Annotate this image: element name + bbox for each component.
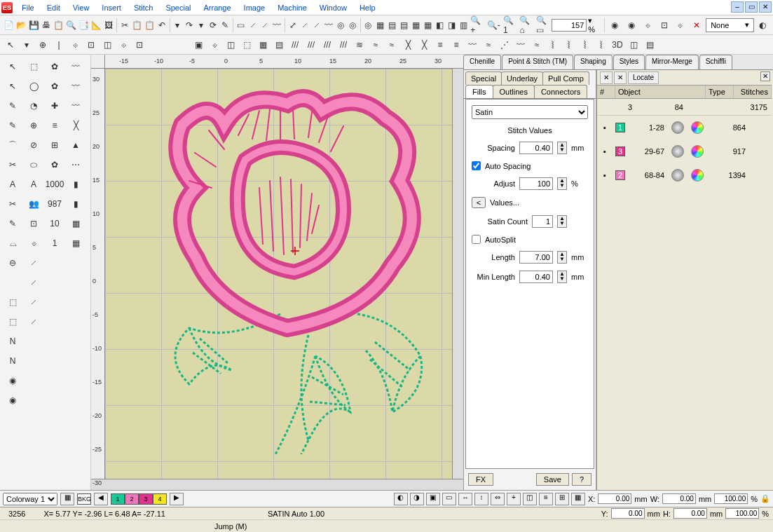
left-tool-71[interactable] xyxy=(66,391,85,409)
horizontal-scrollbar[interactable] xyxy=(91,479,463,490)
left-tool-62[interactable] xyxy=(45,352,64,370)
design-canvas[interactable] xyxy=(105,69,452,479)
prop-subtab-fills[interactable]: Fills xyxy=(465,85,493,98)
left-tool-67[interactable] xyxy=(66,371,85,390)
cb-tool-7[interactable]: + xyxy=(507,493,521,505)
window-restore[interactable]: ▭ xyxy=(745,1,758,13)
cb-tool-9[interactable]: ≡ xyxy=(539,493,553,505)
stitch-type-18[interactable]: ≈ xyxy=(481,37,496,53)
h-input[interactable] xyxy=(673,508,707,519)
toolbar1-btn-17[interactable]: ✎ xyxy=(219,18,231,33)
left-tool-2[interactable]: ✿ xyxy=(45,57,64,76)
stitch-type-17[interactable]: 〰 xyxy=(465,37,480,53)
left-tool-57[interactable] xyxy=(24,332,43,350)
spacing-input[interactable] xyxy=(519,142,553,154)
fx-button[interactable]: FX xyxy=(468,473,493,486)
left-tool-35[interactable]: ▦ xyxy=(66,214,85,233)
locate-button[interactable]: Locate xyxy=(628,71,659,84)
left-tool-5[interactable]: ◯ xyxy=(24,77,43,95)
pct2-input[interactable] xyxy=(725,508,759,519)
left-tool-26[interactable]: 1000 xyxy=(45,175,64,193)
cb-tool-10[interactable]: ⊞ xyxy=(555,493,569,505)
left-tool-22[interactable]: ✿ xyxy=(45,156,64,174)
toolbar1-btn-31[interactable]: ▤ xyxy=(398,18,409,33)
extra-btn-4[interactable]: ⟐ xyxy=(673,18,688,33)
left-tool-13[interactable]: ⊕ xyxy=(24,116,43,135)
tb2-left-8[interactable]: ⊡ xyxy=(132,37,147,53)
left-tool-44[interactable] xyxy=(3,273,22,292)
left-tool-29[interactable]: 👥 xyxy=(24,195,43,213)
min-length-input[interactable] xyxy=(519,271,553,283)
stitch-type-3[interactable]: ⬚ xyxy=(239,37,254,53)
thread-select[interactable]: None▾ xyxy=(706,18,753,32)
tb2-left-2[interactable]: ⊕ xyxy=(35,37,50,53)
toolbar1-btn-27[interactable]: ◎ xyxy=(347,18,358,33)
toolbar1-btn-35[interactable]: ◨ xyxy=(446,18,457,33)
stitch-type-12[interactable]: ≈ xyxy=(384,37,399,53)
menu-stitch[interactable]: Stitch xyxy=(128,1,160,14)
toolbar1-btn-6[interactable]: 📑 xyxy=(78,18,90,33)
left-tool-8[interactable]: ✎ xyxy=(3,97,22,115)
left-tool-4[interactable]: ↖ xyxy=(3,77,22,95)
stitch-type-2[interactable]: ◫ xyxy=(223,37,238,53)
object-row[interactable]: ▪268-841394 xyxy=(597,163,772,187)
stitch-type-19[interactable]: ⋰ xyxy=(497,37,512,53)
tb2-left-1[interactable]: ▾ xyxy=(19,37,34,53)
toolbar1-btn-16[interactable]: ⟳ xyxy=(207,18,219,33)
left-tool-41[interactable]: ⟋ xyxy=(24,254,43,272)
stitch-type-23[interactable]: ⦚ xyxy=(561,37,577,53)
zoom-btn-4[interactable]: 🔍▭ xyxy=(535,18,550,33)
adjust-input[interactable] xyxy=(519,177,553,190)
stitch-type-9[interactable]: /// xyxy=(336,37,351,53)
toolbar1-btn-9[interactable]: ✂ xyxy=(119,18,130,33)
left-tool-46[interactable] xyxy=(45,273,64,292)
toolbar1-btn-19[interactable]: ⟋ xyxy=(247,18,259,33)
stitch-type-4[interactable]: ▦ xyxy=(255,37,271,53)
tb2-left-7[interactable]: ⟐ xyxy=(116,37,131,53)
values-button-label[interactable]: Values... xyxy=(490,198,519,207)
colorway-select[interactable]: Colorway 1 xyxy=(3,493,57,505)
left-tool-55[interactable] xyxy=(66,313,85,331)
tb2-left-6[interactable]: ◫ xyxy=(100,37,115,53)
extra-btn-1[interactable]: ◉ xyxy=(624,18,638,33)
left-tool-43[interactable] xyxy=(66,254,85,272)
x-input[interactable] xyxy=(598,493,631,504)
left-tool-68[interactable]: ◉ xyxy=(3,391,22,409)
object-row[interactable]: ▪329-67917 xyxy=(597,139,772,163)
toolbar1-btn-23[interactable]: ⟋ xyxy=(299,18,310,33)
left-tool-49[interactable]: ⟋ xyxy=(24,293,43,311)
left-tool-48[interactable]: ⬚ xyxy=(3,293,22,311)
stitch-type-25[interactable]: ⦚ xyxy=(594,37,609,53)
left-tool-31[interactable]: ▮ xyxy=(66,195,85,213)
color-swatch-2[interactable]: 2 xyxy=(125,493,139,505)
nav-right[interactable]: ▶ xyxy=(170,493,184,505)
vertical-scrollbar[interactable] xyxy=(452,69,463,479)
left-tool-0[interactable]: ↖ xyxy=(3,57,22,76)
stitch-type-7[interactable]: /// xyxy=(303,37,319,53)
stitch-type-24[interactable]: ⦚ xyxy=(577,37,593,53)
toolbar1-btn-0[interactable]: 📄 xyxy=(3,18,15,33)
toolbar1-btn-8[interactable]: 🖼 xyxy=(103,18,114,33)
docker-tab-mirror-merge[interactable]: Mirror-Merge xyxy=(645,55,699,69)
extra-btn-0[interactable]: ◉ xyxy=(608,18,622,33)
left-tool-61[interactable] xyxy=(24,352,43,370)
cb-tool-6[interactable]: ⇔ xyxy=(491,493,505,505)
left-tool-60[interactable]: N xyxy=(3,352,22,370)
left-tool-38[interactable]: 1 xyxy=(45,234,64,252)
menu-machine[interactable]: Machine xyxy=(271,1,313,14)
y-input[interactable] xyxy=(611,508,645,519)
left-tool-21[interactable]: ⬭ xyxy=(24,156,43,174)
left-tool-51[interactable] xyxy=(66,293,85,311)
left-tool-17[interactable]: ⊘ xyxy=(24,136,43,154)
left-tool-63[interactable] xyxy=(66,352,85,370)
toolbar1-btn-14[interactable]: ↷ xyxy=(184,18,195,33)
cb-tool-0[interactable]: ◐ xyxy=(394,493,408,505)
color-swatch-3[interactable]: 3 xyxy=(139,493,153,505)
left-tool-50[interactable] xyxy=(45,293,64,311)
cb-tool-8[interactable]: ◫ xyxy=(523,493,537,505)
left-tool-36[interactable]: ⌓ xyxy=(3,234,22,252)
object-row[interactable]: ▪11-28864 xyxy=(597,116,772,139)
fill-type-select[interactable]: Satin xyxy=(472,105,588,119)
auto-spacing-checkbox[interactable] xyxy=(472,161,481,170)
bkg-swatch[interactable]: BKG xyxy=(77,493,91,505)
